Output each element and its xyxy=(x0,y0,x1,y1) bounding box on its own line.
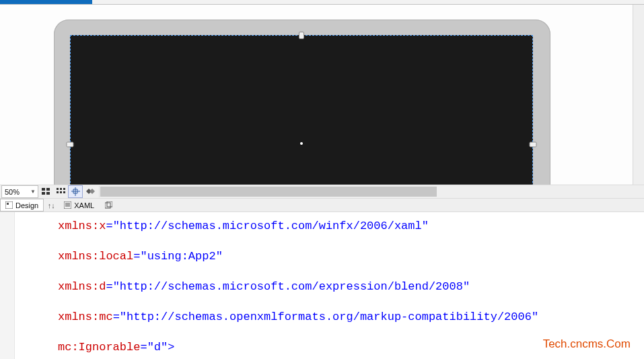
device-frame xyxy=(54,20,550,185)
svg-rect-19 xyxy=(107,201,112,207)
svg-rect-1 xyxy=(46,188,50,191)
design-pane xyxy=(0,5,644,185)
tab-xaml-label: XAML xyxy=(74,201,94,209)
svg-rect-6 xyxy=(63,188,65,190)
grid-large-icon[interactable] xyxy=(38,185,53,198)
effects-toggle-icon[interactable] xyxy=(83,185,98,198)
scrollbar-thumb[interactable] xyxy=(100,187,437,197)
active-tab-indicator[interactable] xyxy=(0,0,92,4)
resize-handle-left[interactable] xyxy=(67,142,74,148)
design-icon xyxy=(5,201,13,209)
popout-icon[interactable] xyxy=(102,201,114,209)
xaml-icon xyxy=(64,201,71,209)
resize-handle-top[interactable] xyxy=(299,32,304,39)
tab-design[interactable]: Design xyxy=(0,199,44,211)
zoom-combo[interactable]: 50% ▼ xyxy=(1,185,38,198)
svg-rect-4 xyxy=(57,188,59,190)
resize-handle-right[interactable] xyxy=(530,142,537,148)
grid-small-icon[interactable] xyxy=(53,185,68,198)
svg-rect-5 xyxy=(60,188,62,190)
design-vertical-scrollbar[interactable] xyxy=(633,5,644,185)
svg-rect-0 xyxy=(42,188,45,191)
code-gutter xyxy=(0,212,15,359)
zoom-toolbar: 50% ▼ xyxy=(0,185,644,198)
svg-rect-3 xyxy=(46,192,50,195)
zoom-value: 50% xyxy=(5,188,20,196)
design-horizontal-scrollbar[interactable] xyxy=(99,186,644,197)
svg-rect-7 xyxy=(57,191,59,193)
xaml-code-pane: xmlns:x="http://schemas.microsoft.com/wi… xyxy=(0,212,644,359)
svg-rect-9 xyxy=(63,191,65,193)
tab-xaml[interactable]: XAML xyxy=(59,199,100,211)
svg-rect-8 xyxy=(60,191,62,193)
svg-rect-12 xyxy=(5,201,13,209)
page-root-element[interactable] xyxy=(70,35,533,185)
center-indicator xyxy=(300,142,303,145)
svg-rect-13 xyxy=(7,203,9,205)
tab-design-label: Design xyxy=(15,201,38,209)
swap-panes-icon[interactable]: ↑↓ xyxy=(44,201,59,209)
svg-rect-18 xyxy=(105,203,110,208)
split-bar: Design ↑↓ XAML xyxy=(0,198,644,212)
snap-toggle-icon[interactable] xyxy=(68,185,83,198)
code-editor[interactable]: xmlns:x="http://schemas.microsoft.com/wi… xyxy=(15,212,644,359)
svg-rect-2 xyxy=(42,192,45,195)
design-canvas[interactable] xyxy=(0,5,633,185)
chevron-down-icon: ▼ xyxy=(30,189,37,195)
watermark-text: Tech.cncms.Com xyxy=(543,337,631,352)
